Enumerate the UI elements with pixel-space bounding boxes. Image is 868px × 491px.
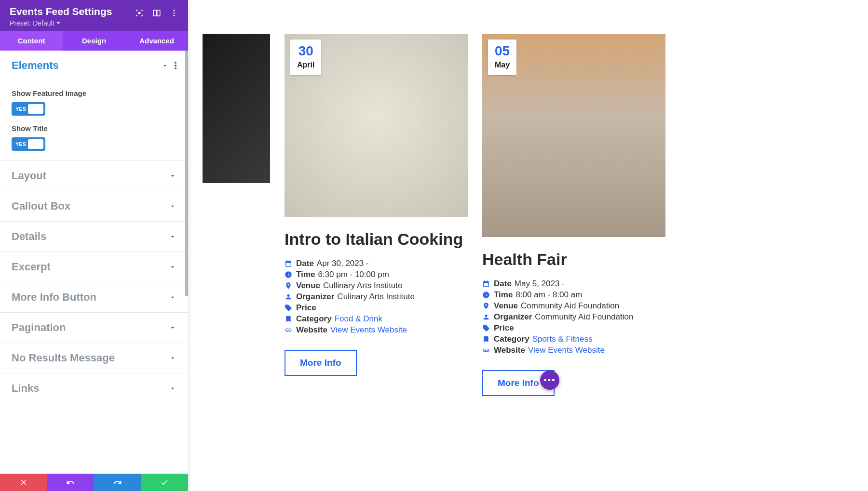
category-link[interactable]: Sports & Fitness bbox=[532, 334, 593, 344]
panel-tabs: Content Design Advanced bbox=[0, 31, 188, 51]
section-pagination[interactable]: Pagination bbox=[0, 313, 188, 343]
event-organizer: OrganizerCulinary Arts Institute bbox=[285, 292, 468, 302]
svg-point-7 bbox=[175, 65, 176, 66]
redo-button[interactable] bbox=[94, 474, 141, 491]
link-icon bbox=[482, 346, 490, 354]
link-icon bbox=[285, 326, 292, 334]
preview-area: 30 April Intro to Italian Cooking DateAp… bbox=[188, 0, 868, 491]
event-venue: VenueCullinary Arts Institute bbox=[285, 281, 468, 291]
section-links[interactable]: Links bbox=[0, 373, 188, 398]
section-elements-header[interactable]: Elements bbox=[0, 51, 188, 80]
date-badge: 05 May bbox=[488, 40, 516, 75]
event-image bbox=[203, 34, 270, 183]
website-link[interactable]: View Events Website bbox=[330, 325, 407, 335]
event-image: 05 May bbox=[482, 34, 665, 237]
event-price: Price bbox=[285, 303, 468, 313]
columns-icon[interactable] bbox=[152, 9, 161, 17]
chevron-down-icon bbox=[169, 354, 176, 362]
chevron-down-icon bbox=[169, 293, 176, 301]
svg-point-3 bbox=[174, 10, 175, 11]
category-link[interactable]: Food & Drink bbox=[335, 314, 382, 324]
chevron-down-icon bbox=[169, 324, 176, 332]
chevron-up-icon bbox=[161, 62, 169, 69]
clock-icon bbox=[482, 291, 490, 299]
chevron-down-icon bbox=[169, 385, 176, 392]
floating-action-button[interactable]: ••• bbox=[540, 371, 559, 390]
svg-point-4 bbox=[174, 13, 175, 14]
event-image: 30 April bbox=[285, 34, 468, 217]
event-card: 05 May Health Fair DateMay 5, 2023 - Tim… bbox=[482, 34, 665, 491]
event-price: Price bbox=[482, 323, 665, 333]
undo-button[interactable] bbox=[47, 474, 95, 491]
website-link[interactable]: View Events Website bbox=[528, 345, 605, 355]
event-website: WebsiteView Events Website bbox=[482, 345, 665, 355]
svg-point-6 bbox=[175, 62, 176, 64]
panel-header: Events Feed Settings Preset: Default bbox=[0, 0, 188, 31]
more-info-button[interactable]: More Info bbox=[285, 350, 357, 376]
show-title-label: Show Title bbox=[12, 124, 176, 133]
svg-point-8 bbox=[175, 67, 176, 69]
tag-icon bbox=[482, 324, 490, 332]
more-icon[interactable] bbox=[170, 9, 178, 17]
person-icon bbox=[482, 313, 490, 321]
event-date: DateApr 30, 2023 - bbox=[285, 259, 468, 268]
chevron-down-icon bbox=[169, 202, 176, 210]
bookmark-icon bbox=[482, 335, 490, 343]
panel-title: Events Feed Settings bbox=[10, 6, 112, 17]
event-website: WebsiteView Events Website bbox=[285, 325, 468, 335]
tab-design[interactable]: Design bbox=[63, 31, 125, 51]
event-title[interactable]: Health Fair bbox=[482, 251, 665, 268]
event-date: DateMay 5, 2023 - bbox=[482, 279, 665, 289]
calendar-icon bbox=[482, 280, 490, 288]
expand-icon[interactable] bbox=[135, 9, 144, 17]
section-layout[interactable]: Layout bbox=[0, 161, 188, 191]
event-title[interactable]: Intro to Italian Cooking bbox=[285, 230, 468, 248]
ellipsis-icon: ••• bbox=[544, 376, 556, 385]
chevron-down-icon bbox=[169, 263, 176, 271]
panel-footer bbox=[0, 474, 188, 491]
calendar-icon bbox=[285, 260, 292, 267]
svg-rect-0 bbox=[138, 12, 141, 14]
bookmark-icon bbox=[285, 315, 292, 323]
event-time: Time8:00 am - 8:00 am bbox=[482, 290, 665, 300]
event-venue: VenueCommunity Aid Foundation bbox=[482, 301, 665, 311]
event-category: CategoryFood & Drink bbox=[285, 314, 468, 324]
event-organizer: OrganizerCommunity Aid Foundation bbox=[482, 312, 665, 322]
preset-dropdown[interactable]: Preset: Default bbox=[10, 19, 112, 27]
svg-rect-2 bbox=[157, 10, 160, 16]
section-excerpt[interactable]: Excerpt bbox=[0, 252, 188, 282]
settings-panel: Events Feed Settings Preset: Default Con… bbox=[0, 0, 188, 491]
section-no-results-message[interactable]: No Results Message bbox=[0, 343, 188, 373]
event-time: Time6:30 pm - 10:00 pm bbox=[285, 270, 468, 279]
chevron-down-icon bbox=[169, 233, 176, 240]
clock-icon bbox=[285, 271, 292, 279]
svg-point-5 bbox=[174, 15, 175, 16]
show-featured-image-label: Show Featured Image bbox=[12, 89, 176, 97]
event-card-stub bbox=[203, 34, 270, 491]
tag-icon bbox=[285, 304, 292, 312]
show-title-toggle[interactable]: YES bbox=[12, 137, 45, 151]
date-badge: 30 April bbox=[290, 40, 321, 75]
event-card: 30 April Intro to Italian Cooking DateAp… bbox=[285, 34, 468, 491]
map-pin-icon bbox=[285, 282, 292, 290]
show-featured-image-toggle[interactable]: YES bbox=[12, 102, 45, 116]
tab-content[interactable]: Content bbox=[0, 31, 63, 51]
person-icon bbox=[285, 293, 292, 301]
section-callout-box[interactable]: Callout Box bbox=[0, 191, 188, 221]
save-button[interactable] bbox=[141, 474, 189, 491]
section-menu-icon[interactable] bbox=[175, 62, 176, 69]
cancel-button[interactable] bbox=[0, 474, 47, 491]
section-more-info-button[interactable]: More Info Button bbox=[0, 282, 188, 312]
map-pin-icon bbox=[482, 302, 490, 310]
chevron-down-icon bbox=[169, 172, 176, 180]
section-details[interactable]: Details bbox=[0, 222, 188, 252]
scrollbar[interactable] bbox=[185, 51, 188, 296]
tab-advanced[interactable]: Advanced bbox=[125, 31, 188, 51]
event-category: CategorySports & Fitness bbox=[482, 334, 665, 344]
svg-rect-1 bbox=[153, 10, 156, 16]
